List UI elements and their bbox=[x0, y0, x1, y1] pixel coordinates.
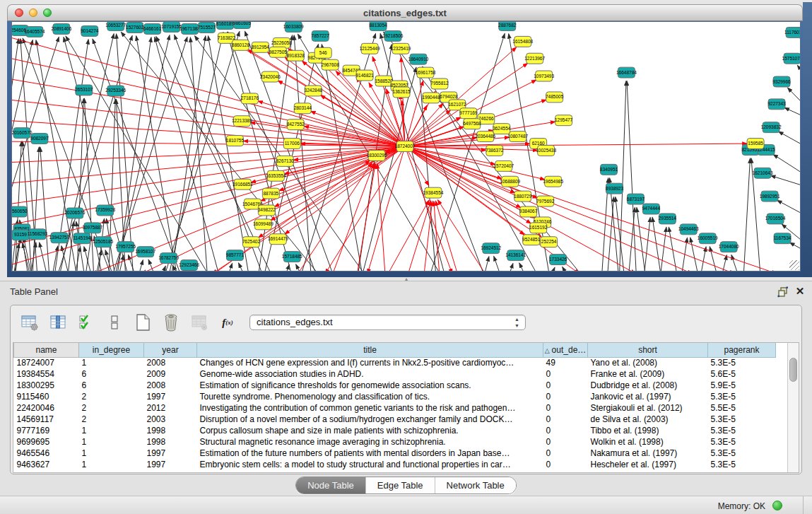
graph-node[interactable]: 10025438 bbox=[536, 146, 556, 156]
graph-node[interactable]: 9861605 bbox=[233, 22, 252, 28]
graph-edge[interactable] bbox=[408, 201, 430, 271]
graph-node[interactable]: 2967608 bbox=[322, 59, 340, 70]
float-panel-icon[interactable] bbox=[777, 286, 790, 298]
table-cell[interactable]: 1997 bbox=[144, 448, 197, 459]
table-selector-dropdown[interactable]: citations_edges.txt ▲▼ bbox=[249, 315, 526, 330]
table-cell[interactable]: 49 bbox=[543, 357, 588, 368]
table-cell[interactable]: Embryonic stem cells: a model to study s… bbox=[197, 459, 543, 470]
table-row[interactable]: 1872400712008Changes of HCN gene express… bbox=[14, 357, 776, 368]
graph-node[interactable]: 7386372 bbox=[486, 146, 504, 156]
table-cell[interactable]: Structural magnetic resonance image aver… bbox=[197, 436, 543, 448]
graph-node[interactable]: 18640910 bbox=[408, 54, 429, 64]
graph-node[interactable]: 10807487 bbox=[507, 132, 528, 142]
node-attribute-table[interactable]: namein_degreeyeartitle△out_de…shortpager… bbox=[13, 343, 776, 470]
graph-node[interactable]: 8918328 bbox=[287, 50, 305, 61]
graph-node[interactable]: 16405574 bbox=[25, 26, 45, 37]
table-row[interactable]: 946554611997Estimation of the future num… bbox=[14, 448, 776, 459]
table-cell[interactable]: Nakamura et al. (1997) bbox=[588, 448, 708, 459]
graph-node[interactable]: 6873197 bbox=[627, 194, 645, 204]
graph-edge[interactable] bbox=[117, 37, 151, 271]
graph-edge[interactable] bbox=[779, 132, 800, 148]
graph-node[interactable]: 9524851 bbox=[522, 235, 541, 245]
graph-node[interactable]: 18724007 bbox=[395, 141, 416, 152]
table-cell[interactable]: 18300295 bbox=[14, 380, 79, 391]
table-cell[interactable]: 5.3E-5 bbox=[708, 391, 776, 402]
graph-edge[interactable] bbox=[652, 217, 661, 271]
table-cell[interactable]: 2003 bbox=[144, 414, 197, 425]
table-cell[interactable]: 2009 bbox=[144, 368, 197, 380]
graph-node[interactable]: 12093832 bbox=[761, 122, 782, 133]
graph-node[interactable]: 8427552 bbox=[287, 119, 305, 130]
graph-node[interactable]: 16648784 bbox=[616, 67, 637, 78]
graph-edge[interactable] bbox=[551, 267, 555, 271]
graph-node[interactable]: 13942757 bbox=[49, 233, 69, 243]
table-cell[interactable]: 2008 bbox=[144, 357, 197, 368]
graph-node[interactable]: 20364486 bbox=[475, 132, 495, 142]
tab-network-table[interactable]: Network Table bbox=[435, 477, 516, 493]
graph-edge[interactable] bbox=[660, 227, 666, 271]
graph-node[interactable]: 8340951 bbox=[600, 164, 618, 175]
table-cell[interactable]: 19384554 bbox=[14, 368, 79, 380]
table-cell[interactable]: Genome-wide association studies in ADHD. bbox=[197, 368, 543, 380]
network-window-titlebar[interactable]: citations_edges.txt bbox=[7, 4, 803, 21]
graph-edge[interactable] bbox=[743, 158, 750, 271]
graph-edge[interactable] bbox=[136, 36, 177, 271]
graph-node[interactable]: 19218506 bbox=[383, 30, 404, 41]
function-builder-icon[interactable]: f(x) bbox=[218, 313, 237, 332]
graph-node[interactable]: 1615192 bbox=[529, 223, 548, 233]
graph-node[interactable]: 12125449 bbox=[360, 43, 380, 54]
column-header-out_de[interactable]: △out_de… bbox=[543, 343, 588, 357]
column-header-pagerank[interactable]: pagerank bbox=[708, 343, 776, 357]
table-cell[interactable]: 1998 bbox=[144, 436, 197, 448]
graph-edge[interactable] bbox=[509, 263, 513, 271]
table-cell[interactable]: Corpus callosum shape and size in male p… bbox=[197, 425, 543, 436]
graph-node[interactable]: 16033809 bbox=[283, 22, 304, 32]
graph-edge[interactable] bbox=[40, 243, 47, 271]
table-cell[interactable]: 6 bbox=[79, 380, 144, 391]
graph-node[interactable]: 1362615 bbox=[392, 87, 411, 98]
graph-node[interactable]: 1527602 bbox=[126, 22, 144, 33]
graph-edge[interactable] bbox=[628, 207, 635, 271]
table-cell[interactable]: Tibbo et al. (1998) bbox=[588, 425, 708, 436]
graph-node[interactable]: 12325419 bbox=[391, 43, 411, 54]
table-cell[interactable]: Franke et al. (2009) bbox=[588, 368, 708, 380]
table-row[interactable]: 2242004622012Investigating the contribut… bbox=[14, 402, 776, 414]
table-cell[interactable]: 9699695 bbox=[14, 436, 79, 448]
table-cell[interactable]: 9465546 bbox=[14, 448, 79, 459]
graph-node[interactable]: 16782759 bbox=[158, 253, 179, 264]
graph-edge[interactable] bbox=[162, 266, 166, 271]
graph-edge[interactable] bbox=[710, 247, 717, 271]
graph-node[interactable]: 16924512 bbox=[481, 243, 501, 254]
graph-node[interactable]: 93159 bbox=[12, 230, 29, 240]
graph-node[interactable]: 17957255 bbox=[115, 242, 136, 252]
table-cell[interactable]: Stergiakouli et al. (2012) bbox=[588, 402, 708, 414]
table-cell[interactable]: 5.3E-5 bbox=[708, 448, 776, 459]
graph-node[interactable]: 9014274 bbox=[81, 25, 99, 36]
graph-node[interactable]: 12213389 bbox=[232, 116, 252, 127]
table-cell[interactable]: de Silva et al. (2003) bbox=[588, 414, 708, 425]
graph-node[interactable]: 159585 bbox=[747, 139, 764, 149]
table-cell[interactable]: 9463627 bbox=[14, 459, 79, 470]
graph-node[interactable]: 19384554 bbox=[423, 187, 444, 198]
graph-node[interactable]: 15720407 bbox=[493, 160, 514, 171]
table-cell[interactable]: Yano et al. (2008) bbox=[588, 357, 708, 368]
table-cell[interactable]: 0 bbox=[543, 391, 588, 402]
table-cell[interactable]: 2 bbox=[79, 414, 144, 425]
graph-node[interactable]: 252254 bbox=[541, 237, 558, 247]
column-header-in_degree[interactable]: in_degree bbox=[79, 343, 144, 357]
graph-node[interactable]: 9329966 bbox=[772, 76, 791, 87]
graph-node[interactable]: 3624554 bbox=[493, 124, 511, 134]
network-canvas[interactable]: 2546061164055742089140690142741065327715… bbox=[11, 21, 801, 271]
table-cell[interactable]: 0 bbox=[543, 380, 588, 391]
graph-edge[interactable] bbox=[494, 256, 501, 271]
graph-node[interactable]: 9384067 bbox=[519, 206, 538, 217]
graph-edge[interactable] bbox=[797, 65, 800, 78]
table-cell[interactable]: 1997 bbox=[144, 459, 197, 470]
close-panel-icon[interactable]: ✕ bbox=[794, 285, 806, 298]
table-cell[interactable]: 22420046 bbox=[14, 402, 79, 414]
graph-node[interactable]: 2653107 bbox=[75, 85, 93, 95]
graph-edge[interactable] bbox=[23, 141, 32, 271]
graph-node[interactable]: 887835 bbox=[262, 188, 279, 199]
table-cell[interactable]: 1 bbox=[79, 425, 144, 436]
table-cell[interactable]: Wolkin et al. (1998) bbox=[588, 436, 708, 448]
